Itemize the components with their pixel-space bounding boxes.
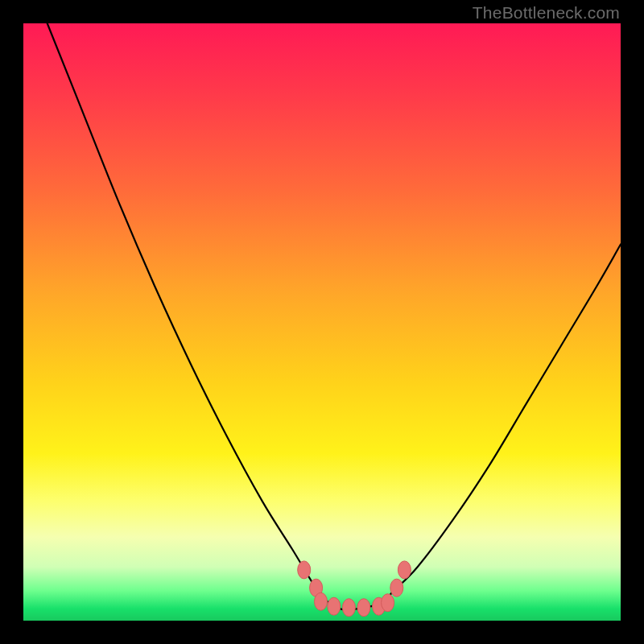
highlight-marker bbox=[342, 599, 355, 617]
highlight-marker bbox=[398, 561, 411, 579]
highlight-marker-group bbox=[298, 561, 411, 617]
highlight-marker bbox=[315, 592, 328, 610]
highlight-marker bbox=[390, 579, 403, 597]
chart-overlay-svg bbox=[23, 23, 621, 621]
watermark-text: TheBottleneck.com bbox=[473, 3, 620, 23]
highlight-marker bbox=[382, 594, 394, 612]
highlight-marker bbox=[357, 599, 370, 617]
highlight-marker bbox=[298, 561, 311, 579]
chart-frame: TheBottleneck.com bbox=[0, 0, 644, 644]
bottleneck-curve bbox=[47, 23, 621, 610]
highlight-marker bbox=[328, 597, 341, 615]
